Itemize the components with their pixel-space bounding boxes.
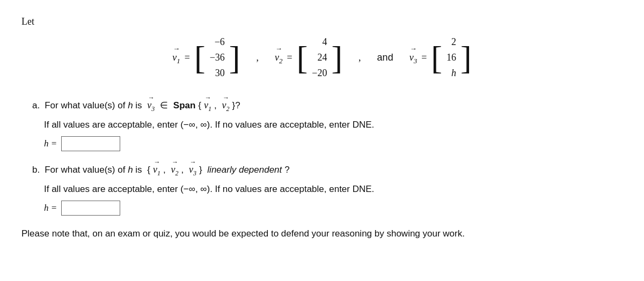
q-a-answer-row: h = (44, 136, 623, 151)
question-b-line: b. For what value(s) of h is { → v1 , → … (32, 162, 623, 179)
v2-name: v2 (275, 50, 283, 65)
vector-v2-expr: v2 = 4 24 −20 (275, 33, 342, 83)
q-a-h-equals: h = (44, 138, 57, 149)
q-a-span-word: Span (173, 98, 196, 113)
v3-equals: = (421, 52, 427, 63)
q-a-v1: → v1 (204, 98, 211, 114)
v3-matrix: 2 16 h (431, 33, 471, 83)
vector-v1-expr: v1 = −6 −36 30 (172, 33, 240, 83)
q-a-v2: → v2 (222, 98, 230, 114)
v1-equals: = (185, 52, 190, 63)
q-a-if-line: If all values are acceptable, enter (−∞,… (44, 117, 623, 132)
q-a-v3: → v3 (147, 98, 155, 114)
v3-val1: 2 (451, 35, 456, 49)
v3-val3: h (451, 66, 456, 80)
v2-matrix: 4 24 −20 (297, 33, 342, 83)
q-b-brace-close: } (199, 162, 204, 177)
v2-val1: 4 (322, 35, 327, 49)
question-b-block: b. For what value(s) of h is { → v1 , → … (32, 162, 623, 216)
vectors-row: v1 = −6 −36 30 , v2 = 4 24 −20 (21, 33, 623, 83)
q-b-comma1: , (163, 162, 168, 177)
questions-section: a. For what value(s) of h is → v3 ∈ Span… (32, 98, 623, 216)
q-b-linearly: linearly dependent (207, 162, 282, 177)
q-b-text: For what value(s) of h is (45, 162, 144, 177)
let-label: Let (21, 16, 623, 27)
v2-equals: = (287, 52, 292, 63)
q-b-label: b. (32, 162, 40, 177)
q-b-comma2: , (181, 162, 186, 177)
q-b-input[interactable] (61, 201, 120, 216)
q-a-in: ∈ (157, 98, 170, 113)
q-b-brace-open: { (147, 162, 150, 177)
q-b-question: ? (284, 162, 289, 177)
comma-2: , (358, 52, 361, 63)
v3-val2: 16 (447, 50, 456, 65)
q-b-if-line: If all values are acceptable, enter (−∞,… (44, 182, 623, 196)
question-a-block: a. For what value(s) of h is → v3 ∈ Span… (32, 98, 623, 151)
q-a-brace-open: { (198, 98, 201, 113)
q-a-input[interactable] (61, 136, 120, 151)
q-a-text: For what value(s) of h is (45, 98, 144, 113)
v1-val1: −6 (215, 35, 225, 49)
and-word: and (377, 52, 393, 63)
q-b-answer-row: h = (44, 201, 623, 216)
q-a-comma: , (214, 98, 219, 113)
comma-1: , (256, 52, 259, 63)
v1-val3: 30 (215, 66, 225, 80)
note-text: Please note that, on an exam or quiz, yo… (21, 226, 623, 241)
v1-val2: −36 (210, 50, 225, 65)
question-a-line: a. For what value(s) of h is → v3 ∈ Span… (32, 98, 623, 114)
v1-name: v1 (172, 50, 180, 65)
vector-v3-expr: v3 = 2 16 h (409, 33, 472, 83)
q-b-v3: → v3 (189, 162, 196, 179)
q-a-brace-close: }? (232, 98, 240, 113)
q-b-h-equals: h = (44, 203, 57, 213)
v3-name: v3 (409, 50, 418, 65)
v1-matrix: −6 −36 30 (194, 33, 240, 83)
q-a-label: a. (32, 98, 40, 113)
q-b-v1: → v1 (153, 162, 160, 179)
v2-val2: 24 (317, 50, 327, 65)
q-b-v2: → v2 (171, 162, 178, 179)
v2-val3: −20 (312, 66, 327, 80)
